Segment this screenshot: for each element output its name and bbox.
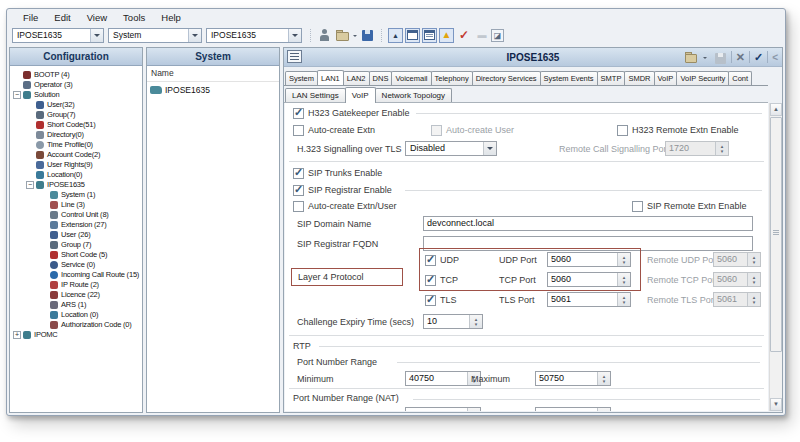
tree-item-location-0[interactable]: Location(0) [10,170,142,180]
spinner-buttons[interactable]: ▴▾ [747,273,760,286]
tree-item-authorization-code-0[interactable]: Authorization Code (0) [10,320,142,330]
tab-smdr[interactable]: SMDR [624,71,654,85]
spinner-buttons[interactable]: ▴▾ [617,293,630,306]
h323-remote-extn-checkbox[interactable] [617,125,628,136]
tab-dns[interactable]: DNS [369,71,393,85]
udp-port-spinner[interactable]: 5060 ▴▾ [547,252,631,267]
tree-item-time-profile-0[interactable]: Time Profile(0) [10,140,142,150]
tree-item-solution[interactable]: − Solution [10,90,142,100]
collapse-all-icon[interactable]: ▲ [388,28,403,43]
tree-item-group-7[interactable]: Group(7) [10,110,142,120]
save-config-icon[interactable] [360,28,376,43]
tab-voip[interactable]: VoIP [654,71,678,85]
help-box-icon[interactable]: ◪ [491,29,504,42]
tree-expander-icon[interactable]: − [13,91,21,99]
tree-item-user-26[interactable]: User (26) [10,230,142,240]
auto-create-user-checkbox[interactable] [431,125,442,136]
entry-list-icon[interactable] [287,50,302,63]
tab-lan1[interactable]: LAN1 [317,70,344,86]
tab-cont[interactable]: Cont [728,71,752,85]
tree-item-extension-27[interactable]: Extension (27) [10,220,142,230]
chevron-down-icon[interactable] [188,29,201,42]
sip-trunks-checkbox[interactable] [293,168,304,179]
port-range-nat-min-spinner[interactable]: 40750 ▴▾ [405,407,481,411]
tree-item-system-1[interactable]: System (1) [10,190,142,200]
scroll-down-icon[interactable]: ▼ [770,398,782,411]
scrollbar-thumb[interactable] [770,117,782,352]
auto-create-extn-checkbox[interactable] [293,125,304,136]
tab-voicemail[interactable]: Voicemail [391,71,431,85]
tree-item-group-7[interactable]: Group (7) [10,240,142,250]
entry-combo[interactable]: IPOSE1635 [206,28,302,43]
remote-udp-port-spinner[interactable]: 5060 ▴▾ [713,252,761,267]
tree-item-directory-0[interactable]: Directory(0) [10,130,142,140]
tab-system[interactable]: System [285,71,318,85]
validation-warning-icon[interactable]: ▲ [439,28,454,43]
spinner-buttons[interactable]: ▴▾ [747,293,760,306]
sip-registrar-checkbox[interactable] [293,185,304,196]
port-range-min-spinner[interactable]: 40750 ▴▾ [405,371,481,386]
tab-smtp[interactable]: SMTP [597,71,626,85]
menu-item-file[interactable]: File [15,11,46,24]
scroll-up-icon[interactable]: ▲ [770,103,782,116]
back-icon[interactable]: < [772,51,778,64]
chevron-down-icon[interactable] [702,50,709,65]
sip-domain-input[interactable]: devconnect.local [423,216,753,231]
tree-item-incoming-call-route-15[interactable]: Incoming Call Route (15) [10,270,142,280]
tree-item-control-unit-8[interactable]: Control Unit (8) [10,210,142,220]
tree-item-ipose1635[interactable]: − IPOSE1635 [10,180,142,190]
port-range-max-spinner[interactable]: 50750 ▴▾ [535,371,611,386]
spinner-buttons[interactable]: ▴▾ [715,142,728,155]
menu-item-view[interactable]: View [79,11,115,24]
validate-entry-icon[interactable]: ✓ [754,51,763,64]
tree-item-bootp-4[interactable]: BOOTP (4) [10,70,142,80]
show-details-icon[interactable] [405,28,420,43]
tcp-port-spinner[interactable]: 5060 ▴▾ [547,272,631,287]
menu-item-tools[interactable]: Tools [115,11,153,24]
tree-item-short-code-5[interactable]: Short Code (5) [10,250,142,260]
menu-item-help[interactable]: Help [153,11,189,24]
tree-item-user-rights-9[interactable]: User Rights(9) [10,160,142,170]
name-column-header[interactable]: Name [147,66,279,82]
tree-item-ipomc[interactable]: + IPOMC [10,330,142,340]
auto-create-extn-user-checkbox[interactable] [293,201,304,212]
record-type-combo[interactable]: System [108,28,202,43]
tree-item-service-0[interactable]: Service (0) [10,260,142,270]
remote-tls-port-spinner[interactable]: 5061 ▴▾ [713,292,761,307]
show-list-icon[interactable] [422,28,437,43]
spinner-buttons[interactable]: ▴▾ [617,273,630,286]
tree-expander-icon[interactable]: − [26,181,34,189]
challenge-expiry-spinner[interactable]: 10 ▴▾ [423,314,483,329]
config-combo[interactable]: IPOSE1635 [12,28,104,43]
tree-expander-icon[interactable]: + [13,331,21,339]
spinner-buttons[interactable]: ▴▾ [469,315,482,328]
form-scrollbar[interactable]: ▲ ▼ [769,103,782,411]
send-config-icon[interactable]: ▬ [474,28,490,43]
spinner-buttons[interactable]: ▴▾ [617,253,630,266]
save-entry-icon[interactable] [713,51,727,64]
remote-tcp-port-spinner[interactable]: 5060 ▴▾ [713,272,761,287]
tls-checkbox[interactable] [425,295,436,306]
validate-icon[interactable]: ✓ [456,28,472,43]
delete-entry-icon[interactable]: ✕ [736,51,745,64]
new-entry-icon[interactable] [684,51,698,64]
tab-voip-security[interactable]: VoIP Security [676,71,729,85]
tree-item-user-32[interactable]: User(32) [10,100,142,110]
tree-item-short-code-51[interactable]: Short Code(51) [10,120,142,130]
spinner-buttons[interactable]: ▴▾ [747,253,760,266]
port-range-nat-max-spinner[interactable]: 50750 ▴▾ [535,407,611,411]
subtab-network-topology[interactable]: Network Topology [375,88,452,102]
receive-config-icon[interactable] [317,28,333,43]
tab-directory-services[interactable]: Directory Services [472,71,541,85]
chevron-down-icon[interactable] [352,28,359,43]
tcp-checkbox[interactable] [425,275,436,286]
tls-port-spinner[interactable]: 5061 ▴▾ [547,292,631,307]
tab-lan2[interactable]: LAN2 [343,71,370,85]
chevron-down-icon[interactable] [288,29,301,42]
tab-telephony[interactable]: Telephony [431,71,473,85]
subtab-voip[interactable]: VoIP [345,87,376,103]
tree-item-line-3[interactable]: Line (3) [10,200,142,210]
subtab-lan-settings[interactable]: LAN Settings [285,88,346,102]
tree-item-ars-1[interactable]: ARS (1) [10,300,142,310]
h323-tls-select[interactable]: Disabled [405,141,497,156]
